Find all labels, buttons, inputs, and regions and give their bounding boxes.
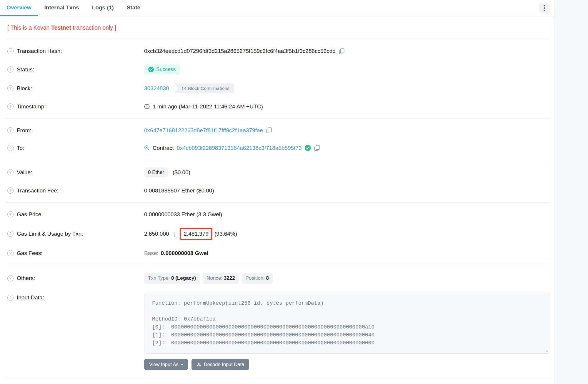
row-status: ? Status: Success (5, 60, 550, 79)
to-label: To: (17, 144, 24, 152)
status-value: Success (156, 67, 176, 72)
help-icon[interactable]: ? (7, 169, 14, 175)
row-gas-fees: ? Gas Fees: Base: 0.000000008 Gwei (5, 244, 550, 262)
tab-state[interactable]: State (120, 0, 147, 16)
value-usd: ($0.00) (173, 168, 190, 177)
row-input-data: ? Input Data: Function: performUpkeep(ui… (5, 288, 550, 375)
block-label: Block: (17, 84, 32, 93)
help-icon[interactable]: ? (7, 145, 14, 151)
gas-limit-value: 2,650,000 (144, 229, 169, 238)
others-label: Others: (17, 274, 35, 283)
input-data-label: Input Data: (17, 293, 44, 302)
tab-internal-txns[interactable]: Internal Txns (38, 0, 86, 16)
gas-fees-base-value: 0.000000008 Gwei (161, 249, 209, 258)
view-input-as-label: View Input As (149, 362, 179, 367)
tab-bar: Overview Internal Txns Logs (1) State (0, 0, 554, 16)
transaction-hash-label: Transaction Hash: (17, 47, 62, 56)
row-others: ? Others: Txn Type: 0 (Legacy) Nonce: 32… (5, 268, 550, 288)
row-transaction-fee: ? Transaction Fee: 0.0081885507 Ether ($… (5, 182, 550, 199)
nonce-badge: Nonce: 3222 (203, 273, 239, 284)
timestamp-value: 1 min ago (Mar-11-2022 11:46:24 AM +UTC) (153, 102, 263, 111)
decode-input-data-button[interactable]: Decode Input Data (191, 359, 249, 370)
gas-used-annotation-box: 2,481,379 (180, 228, 212, 240)
help-icon[interactable]: ? (7, 187, 14, 194)
transaction-fee-label: Transaction Fee: (17, 186, 59, 195)
help-icon[interactable]: ? (7, 103, 14, 110)
kebab-icon (544, 5, 545, 11)
gas-used-percent: (93.64%) (214, 229, 237, 238)
decode-input-data-label: Decode Input Data (204, 362, 244, 367)
transaction-detail-card: Overview Internal Txns Logs (1) State [ … (0, 0, 555, 384)
help-icon[interactable]: ? (7, 211, 14, 217)
row-timestamp: ? Timestamp: 1 min ago (Mar-11-2022 11:4… (5, 98, 550, 115)
input-data-box[interactable]: Function: performUpkeep(uint256 id, byte… (144, 293, 550, 354)
row-gas-limit-usage: ? Gas Limit & Usage by Txn: 2,650,000 | … (5, 223, 550, 244)
section-others-input: ? Others: Txn Type: 0 (Legacy) Nonce: 32… (5, 265, 550, 378)
section-parties: ? From: 0x647e7168122263d8e7f81f17fff9c2… (5, 119, 550, 160)
row-block: ? Block: 30324830 14 Block Confirmations (5, 79, 550, 98)
testnet-notice: [ This is a Kovan Testnet transaction on… (5, 16, 550, 39)
gas-limit-usage-label: Gas Limit & Usage by Txn: (17, 229, 83, 238)
section-gas: ? Gas Price: 0.0000000033 Ether (3.3 Gwe… (5, 203, 550, 265)
help-icon[interactable]: ? (7, 250, 14, 256)
gas-separator: | (172, 229, 177, 238)
position-label: Position: (246, 275, 265, 281)
gas-fees-base-label: Base: (144, 249, 159, 258)
copy-icon[interactable] (314, 145, 320, 151)
from-label: From: (17, 126, 31, 135)
txn-type-value: 0 (Legacy) (171, 275, 196, 281)
txn-type-badge: Txn Type: 0 (Legacy) (144, 273, 200, 284)
help-icon[interactable]: ? (7, 66, 14, 73)
nonce-value: 3222 (224, 275, 235, 281)
zoom-in-icon[interactable] (144, 145, 150, 151)
more-options-button[interactable] (539, 3, 550, 14)
clock-icon (144, 104, 150, 109)
help-icon[interactable]: ? (7, 231, 14, 237)
status-badge: Success (144, 64, 180, 75)
position-value: 8 (266, 275, 269, 281)
block-number-link[interactable]: 30324830 (144, 84, 169, 93)
gas-fees-label: Gas Fees: (17, 249, 43, 258)
tab-list: Overview Internal Txns Logs (1) State (0, 0, 147, 16)
copy-icon[interactable] (339, 48, 345, 54)
to-address-link[interactable]: 0x4cb093f226983713164a62138c3f718a5b595f… (177, 144, 302, 152)
verified-check-icon (305, 145, 311, 151)
status-label: Status: (17, 65, 34, 74)
row-from: ? From: 0x647e7168122263d8e7f81f17fff9c2… (5, 122, 550, 139)
chevron-down-icon: ▾ (181, 363, 183, 366)
tab-logs[interactable]: Logs (1) (86, 0, 120, 16)
decode-icon (196, 362, 201, 367)
row-value: ? Value: 0 Ether ($0.00) (5, 163, 550, 182)
gas-used-value: 2,481,379 (184, 231, 209, 237)
from-address-link[interactable]: 0x647e7168122263d8e7f81f17fff9c2f1aa379f… (144, 126, 263, 135)
txn-type-label: Txn Type: (148, 275, 170, 281)
gas-price-label: Gas Price: (17, 210, 43, 219)
notice-suffix: transaction only ] (71, 24, 116, 31)
section-summary: ? Transaction Hash: 0xcb324eedcd1d07296f… (5, 39, 550, 119)
help-icon[interactable]: ? (7, 275, 14, 281)
nonce-label: Nonce: (206, 275, 222, 281)
resize-handle-icon[interactable] (544, 348, 549, 352)
input-data-actions: View Input As ▾ Decode Input Data (144, 359, 547, 370)
row-gas-price: ? Gas Price: 0.0000000033 Ether (3.3 Gwe… (5, 206, 550, 223)
transaction-hash-value: 0xcb324eedcd1d07296fdf3d215a2865275f159c… (144, 47, 336, 56)
section-value: ? Value: 0 Ether ($0.00) ? Transaction F… (5, 160, 550, 203)
tab-overview[interactable]: Overview (0, 0, 38, 16)
copy-icon[interactable] (266, 127, 272, 133)
timestamp-label: Timestamp: (17, 102, 46, 111)
notice-bold: Testnet (51, 24, 71, 31)
help-icon[interactable]: ? (7, 127, 14, 133)
transaction-fee-value: 0.0081885507 Ether ($0.00) (144, 186, 214, 195)
to-type: Contract (153, 144, 174, 152)
notice-prefix: [ This is a Kovan (7, 24, 51, 31)
help-icon[interactable]: ? (7, 85, 14, 91)
position-badge: Position: 8 (242, 273, 273, 284)
help-icon[interactable]: ? (7, 48, 14, 54)
gas-price-value: 0.0000000033 Ether (3.3 Gwei) (144, 210, 222, 219)
row-transaction-hash: ? Transaction Hash: 0xcb324eedcd1d07296f… (5, 42, 550, 60)
help-icon[interactable]: ? (7, 295, 14, 301)
view-input-as-button[interactable]: View Input As ▾ (144, 359, 188, 370)
row-to: ? To: Contract 0x4cb093f226983713164a621… (5, 139, 550, 157)
block-confirmations-badge: 14 Block Confirmations (174, 83, 234, 93)
check-circle-icon (148, 67, 154, 72)
